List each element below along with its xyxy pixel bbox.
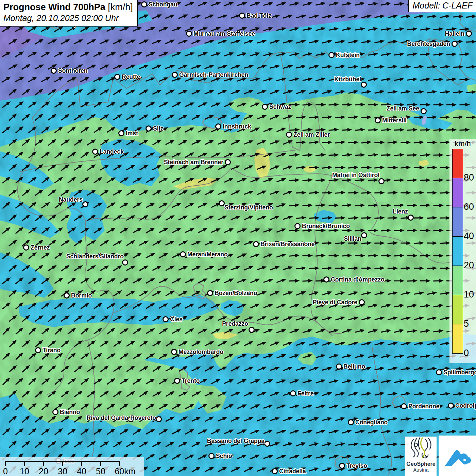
city-label: Sillian xyxy=(344,235,361,242)
city-label: Silz xyxy=(153,125,163,132)
city-marker xyxy=(362,233,367,238)
city-label: Imst xyxy=(126,130,138,137)
city-label: Spilimbergo xyxy=(443,369,476,376)
city-brixen-bressanone: Brixen/Bressanone xyxy=(254,241,315,248)
city-label: Kufstein xyxy=(336,52,360,58)
city-marker xyxy=(175,378,180,384)
city-label: Bruneck/Brunico xyxy=(302,223,350,230)
city-label: Conegliano xyxy=(355,419,388,426)
city-bormio: Bormio xyxy=(64,292,92,299)
city-label: Bozen/Bolzano xyxy=(215,290,257,296)
city-marker xyxy=(24,245,29,250)
city-label: Lienz xyxy=(393,208,408,215)
legend-tick-label: 20 xyxy=(464,261,476,270)
city-label: Cittadella xyxy=(279,468,306,475)
scale-bar-label: 30 xyxy=(58,466,67,476)
city-silz: Silz xyxy=(146,125,164,132)
city-codroipo: Codroipo xyxy=(448,402,476,409)
city-marker xyxy=(348,420,354,425)
scale-bar-label: 0 xyxy=(3,466,8,476)
city-marker xyxy=(421,109,426,114)
city-marker xyxy=(156,417,162,422)
legend-title: km/h xyxy=(449,139,476,148)
city-steinach-am-brenner: Steinach am Brenner xyxy=(164,159,231,166)
city-marker xyxy=(146,126,151,131)
page-title-unit: [km/h] xyxy=(108,2,133,12)
city-label: Bad Tölz xyxy=(247,12,271,19)
legend-segment xyxy=(452,149,463,178)
city-label: Feltre xyxy=(298,390,314,397)
scale-bar-label: 60km xyxy=(115,466,135,476)
city-label: Sonthofen xyxy=(58,67,88,74)
page-title: Prognose Wind 700hPa [km/h] xyxy=(3,2,133,13)
city-trento: Trento xyxy=(175,377,200,384)
city-label: Landeck xyxy=(100,148,124,155)
city-label: Matrei in Osttirol xyxy=(332,172,379,178)
city-label: Rovereto xyxy=(130,414,156,421)
city-marker xyxy=(115,74,120,80)
mountain-cloud-icon xyxy=(443,441,472,471)
legend-tick-label: 60 xyxy=(464,202,476,211)
city-marker xyxy=(262,104,268,109)
city-feltre: Feltre xyxy=(291,390,314,397)
city-marker xyxy=(64,293,69,298)
city-marker xyxy=(208,291,213,296)
city-label: Bormio xyxy=(71,292,92,299)
city-reutte: Reutte xyxy=(115,73,140,80)
city-label: Murnau am Staffelsee xyxy=(193,30,255,37)
page-title-main: Prognose Wind 700hPa xyxy=(3,2,105,12)
city-label: Belluno xyxy=(343,363,365,370)
scale-bar-label: 10 xyxy=(20,466,29,476)
city-label: Predazzo xyxy=(222,320,248,327)
city-garmisch-partenkirchen: Garmisch-Partenkirchen xyxy=(172,71,249,78)
city-label: Mezzolombardo xyxy=(178,348,223,355)
city-marker xyxy=(209,454,214,459)
city-label: Bassano del Grappa xyxy=(207,438,265,444)
legend-segment xyxy=(452,178,463,207)
city-treviso: Treviso xyxy=(340,462,368,469)
city-label: Pieve di Cadore xyxy=(313,299,358,306)
city-murnau-am-staffelsee: Murnau am Staffelsee xyxy=(187,30,255,37)
scale-bar-ruler: 0102030405060km xyxy=(0,457,144,476)
legend-segment xyxy=(452,295,463,324)
city-cortina-d-ampezzo: Cortina d'Ampezzo xyxy=(324,276,385,283)
legend-segment xyxy=(452,266,463,295)
city-label: Nauders xyxy=(59,196,83,203)
city-marker xyxy=(452,41,457,47)
city-berchtesgaden: Berchtesgaden xyxy=(407,40,457,47)
city-marker xyxy=(254,242,259,247)
city-marker xyxy=(272,469,277,474)
city-marker xyxy=(448,403,454,408)
city-marker xyxy=(142,2,147,7)
city-marker xyxy=(172,72,177,78)
city-marker xyxy=(375,118,380,123)
legend-tick-label: 0 xyxy=(464,348,476,358)
city-bienno: Bienno xyxy=(53,409,80,415)
city-zernez: Zernez xyxy=(24,244,50,251)
city-marker xyxy=(402,404,407,409)
city-marker xyxy=(163,317,168,322)
legend-tick-label: 80 xyxy=(464,173,476,182)
city-label: Treviso xyxy=(346,462,367,469)
legend-colorbar xyxy=(452,149,463,354)
city-marker xyxy=(287,132,292,137)
city-marker xyxy=(379,179,384,184)
city-marker xyxy=(225,160,231,165)
city-label: Riva del Garda xyxy=(86,414,128,421)
city-label: Zernez xyxy=(31,244,50,251)
legend-tick-label: 5 xyxy=(464,319,476,328)
city-marker xyxy=(93,149,98,154)
city-schio: Schio xyxy=(209,453,232,459)
city-label: Pordenone xyxy=(408,403,440,410)
city-label: Trento xyxy=(182,377,200,384)
city-label: Brixen/Bressanone xyxy=(260,241,315,248)
legend: km/h 806040201050 xyxy=(449,139,476,363)
legend-segment xyxy=(452,324,463,354)
city-marker xyxy=(123,260,128,265)
city-label: Reutte xyxy=(122,73,140,80)
city-label: Steinach am Brenner xyxy=(164,159,223,166)
page-subtitle-datetime: Montag, 20.10.2025 02:00 Uhr xyxy=(3,13,133,23)
city-marker xyxy=(340,463,345,469)
city-marker xyxy=(291,391,296,396)
city-marker xyxy=(329,53,334,58)
